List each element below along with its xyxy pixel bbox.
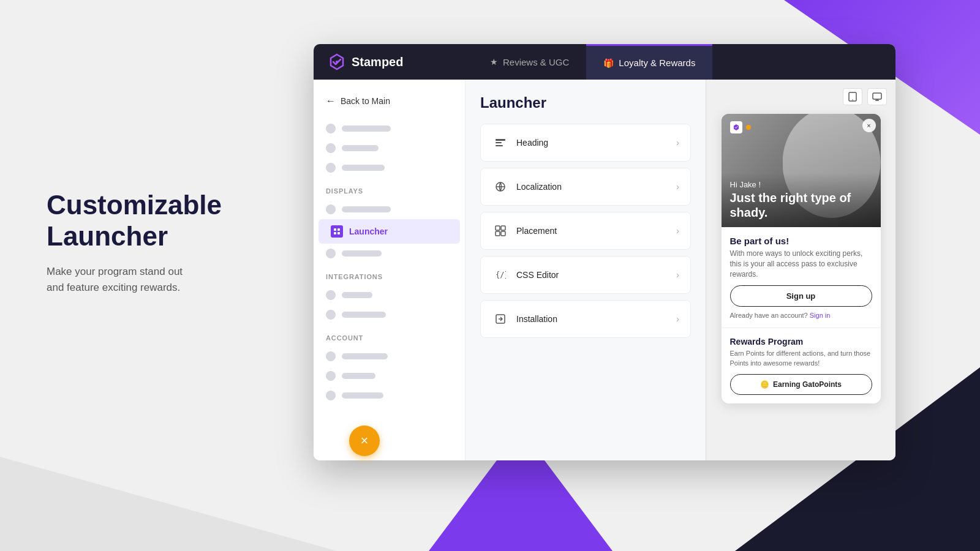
menu-item-localization[interactable]: Localization ›	[480, 168, 691, 206]
gift-icon: 🎁	[603, 58, 614, 68]
left-section: Customizable Launcher Make your program …	[47, 190, 292, 295]
svg-rect-1	[334, 228, 336, 231]
hero-tagline: Just the right type of shady.	[730, 190, 872, 220]
nav-tab-reviews[interactable]: ★ Reviews & UGC	[473, 44, 586, 80]
widget-close-button[interactable]: ×	[862, 119, 876, 132]
fab-close-button[interactable]: ×	[349, 425, 380, 456]
rewards-button[interactable]: 🪙 Earning GatoPoints	[730, 374, 872, 395]
skeleton-bar	[342, 126, 391, 132]
installation-icon	[492, 310, 509, 328]
hero-title: Customizable Launcher	[47, 190, 292, 252]
skeleton-circle	[326, 290, 336, 300]
svg-rect-13	[501, 231, 505, 236]
menu-item-placement[interactable]: Placement ›	[480, 212, 691, 250]
widget-signup-section: Be part of us! With more ways to unlock …	[722, 227, 881, 328]
menu-item-heading-label: Heading	[516, 138, 669, 148]
signup-button[interactable]: Sign up	[730, 285, 872, 307]
skeleton-bar	[342, 165, 385, 171]
preview-widget: × Hi Jake ! Just the right type of shady…	[722, 114, 881, 403]
svg-point-0	[336, 61, 338, 63]
tablet-view-button[interactable]	[843, 88, 862, 105]
skeleton-circle	[326, 124, 336, 133]
signup-title: Be part of us!	[730, 236, 872, 246]
skeleton-bar	[342, 353, 388, 359]
skeleton-bar	[342, 312, 386, 318]
list-item	[314, 386, 465, 405]
stamped-logo-icon	[328, 53, 345, 70]
skeleton-circle	[326, 371, 336, 381]
panel-title: Launcher	[480, 94, 691, 111]
list-item	[314, 305, 465, 324]
skeleton-bar	[342, 145, 379, 151]
skeleton-circle	[326, 351, 336, 361]
signin-prompt: Already have an account? Sign in	[730, 312, 872, 319]
menu-item-heading[interactable]: Heading ›	[480, 124, 691, 162]
desktop-view-button[interactable]	[867, 88, 887, 105]
svg-text:{/}: {/}	[496, 271, 506, 279]
skeleton-bar	[342, 292, 372, 298]
skeleton-bar	[342, 250, 382, 257]
svg-rect-5	[496, 139, 505, 141]
sidebar-item-launcher-label: Launcher	[349, 227, 388, 236]
preview-controls	[843, 88, 887, 105]
svg-point-18	[852, 99, 853, 100]
menu-item-css-editor[interactable]: {/} CSS Editor ›	[480, 256, 691, 294]
nav-tab-loyalty[interactable]: 🎁 Loyalty & Rewards	[586, 44, 712, 80]
back-label: Back to Main	[341, 96, 390, 106]
top-nav: Stamped ★ Reviews & UGC 🎁 Loyalty & Rewa…	[314, 44, 895, 80]
sidebar-item-launcher[interactable]: Launcher	[318, 219, 460, 244]
list-item	[314, 244, 465, 263]
skeleton-circle	[326, 163, 336, 173]
nav-logo: Stamped	[314, 53, 473, 70]
sidebar-section-account: ACCOUNT	[314, 324, 465, 347]
svg-rect-2	[337, 228, 340, 231]
back-to-main-button[interactable]: ← Back to Main	[314, 91, 465, 119]
nav-logo-text: Stamped	[352, 55, 403, 69]
app-window: Stamped ★ Reviews & UGC 🎁 Loyalty & Rewa…	[314, 44, 895, 460]
skeleton-circle	[326, 204, 336, 214]
skeleton-bar	[342, 373, 375, 379]
rewards-title: Rewards Program	[730, 337, 872, 347]
list-item	[314, 285, 465, 305]
menu-item-installation-label: Installation	[516, 314, 669, 324]
main-content: ← Back to Main DISPLAYS	[314, 80, 895, 460]
placement-icon	[492, 222, 509, 239]
signup-description: With more ways to unlock exciting perks,…	[730, 249, 872, 279]
menu-item-installation[interactable]: Installation ›	[480, 300, 691, 338]
center-panel: Launcher Heading ›	[466, 80, 706, 460]
signin-link[interactable]: Sign in	[810, 312, 831, 319]
list-item	[314, 119, 465, 138]
svg-rect-19	[873, 93, 881, 99]
preview-panel: × Hi Jake ! Just the right type of shady…	[706, 80, 895, 460]
widget-brand-badge	[730, 121, 751, 133]
menu-item-localization-label: Localization	[516, 182, 669, 192]
svg-rect-6	[496, 142, 502, 143]
status-dot	[746, 125, 751, 130]
menu-item-placement-label: Placement	[516, 226, 669, 236]
skeleton-circle	[326, 143, 336, 153]
chevron-right-icon: ›	[676, 314, 679, 324]
svg-rect-11	[501, 226, 505, 230]
launcher-icon	[331, 225, 343, 238]
skeleton-circle	[326, 391, 336, 400]
list-item	[314, 138, 465, 158]
launcher-icon-svg	[333, 228, 341, 235]
list-item	[314, 347, 465, 366]
signin-prompt-text: Already have an account?	[730, 312, 808, 319]
hero-overlay: Hi Jake ! Just the right type of shady.	[722, 173, 881, 227]
svg-rect-7	[496, 145, 503, 146]
svg-rect-4	[337, 232, 340, 234]
brand-logo-small	[730, 121, 742, 133]
sidebar-section-displays: DISPLAYS	[314, 178, 465, 200]
hero-subtitle: Make your program stand outand feature e…	[47, 264, 292, 295]
svg-rect-3	[334, 232, 336, 234]
menu-item-css-label: CSS Editor	[516, 270, 669, 280]
skeleton-bar	[342, 206, 391, 212]
nav-tab-reviews-label: Reviews & UGC	[503, 57, 569, 67]
chevron-right-icon: ›	[676, 182, 679, 192]
widget-hero: × Hi Jake ! Just the right type of shady…	[722, 114, 881, 227]
skeleton-circle	[326, 310, 336, 320]
list-item	[314, 366, 465, 386]
list-item	[314, 200, 465, 219]
hero-greeting: Hi Jake !	[730, 180, 872, 189]
